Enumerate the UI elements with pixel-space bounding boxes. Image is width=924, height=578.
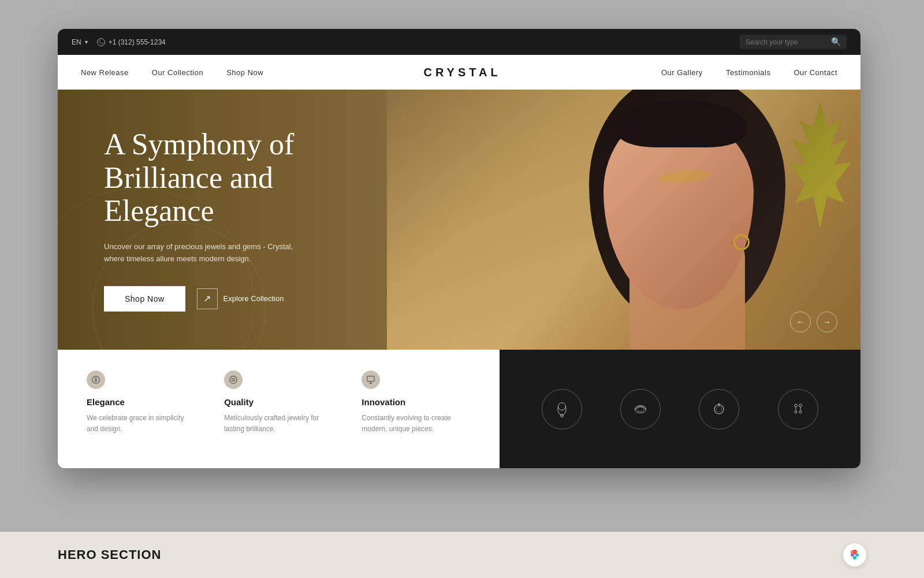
hero-content: A Symphony of Brilliance and Elegance Un…: [58, 128, 381, 311]
nav-item-new-release[interactable]: New Release: [81, 68, 129, 77]
explore-collection-button[interactable]: ↗ Explore Collection: [197, 288, 284, 309]
explore-label: Explore Collection: [223, 294, 284, 303]
lang-selector[interactable]: EN ▾: [72, 38, 88, 46]
hero-title: A Symphony of Brilliance and Elegance: [104, 128, 335, 227]
slide-arrows: ← →: [790, 312, 837, 332]
hero-section: A Symphony of Brilliance and Elegance Un…: [58, 90, 860, 350]
category-ring[interactable]: [699, 389, 739, 429]
svg-point-19: [853, 556, 856, 560]
hero-image: [387, 90, 860, 350]
svg-point-6: [637, 407, 644, 412]
svg-point-1: [230, 376, 237, 384]
svg-point-18: [855, 553, 859, 557]
category-earring[interactable]: [778, 389, 818, 429]
nav-bar: New Release Our Collection Shop Now CRYS…: [58, 55, 860, 90]
shop-now-button[interactable]: Shop Now: [104, 286, 185, 312]
search-icon: 🔍: [831, 37, 841, 47]
svg-point-14: [795, 410, 797, 413]
innovation-title: Innovation: [362, 397, 470, 407]
hero-description: Uncover our array of precious jewels and…: [104, 241, 295, 265]
category-bracelet[interactable]: [620, 389, 661, 429]
svg-point-10: [794, 404, 797, 407]
feature-elegance: Elegance We celebrate grace in simplicit…: [87, 370, 195, 447]
svg-point-7: [714, 405, 724, 414]
nav-item-our-contact[interactable]: Our Contact: [793, 68, 837, 77]
label-bar: HERO SECTION: [0, 532, 924, 578]
feature-innovation: Innovation Constantly evolving to create…: [362, 370, 470, 447]
nav-item-shop-now[interactable]: Shop Now: [226, 68, 263, 77]
elegance-desc: We celebrate grace in simplicity and des…: [87, 413, 195, 435]
hero-section-label: HERO SECTION: [58, 547, 161, 562]
next-slide-button[interactable]: →: [817, 312, 837, 332]
nav-right: Our Gallery Testimonials Our Contact: [661, 68, 837, 77]
prev-slide-button[interactable]: ←: [790, 312, 811, 332]
phone-icon: 📞: [97, 38, 105, 46]
phone-info: 📞 +1 (312) 555-1234: [97, 38, 166, 46]
quality-desc: Meticulously crafted jewelry for lasting…: [224, 413, 333, 435]
nav-item-testimonials[interactable]: Testimonials: [726, 68, 771, 77]
svg-point-3: [558, 402, 565, 410]
page-background: EN ▾ 📞 +1 (312) 555-1234 🔍 New Release O…: [0, 0, 924, 578]
quality-icon: [224, 370, 243, 389]
top-bar-left: EN ▾ 📞 +1 (312) 555-1234: [72, 38, 166, 46]
svg-point-15: [799, 410, 802, 413]
innovation-desc: Constantly evolving to create modern, un…: [362, 413, 470, 435]
explore-arrow-icon: ↗: [197, 288, 218, 309]
nav-left: New Release Our Collection Shop Now: [81, 68, 263, 77]
categories-panel: [500, 350, 861, 468]
top-bar: EN ▾ 📞 +1 (312) 555-1234 🔍: [58, 29, 860, 55]
svg-point-20: [851, 550, 854, 554]
innovation-icon: [362, 370, 380, 389]
feature-quality: Quality Meticulously crafted jewelry for…: [224, 370, 333, 447]
nav-item-our-collection[interactable]: Our Collection: [152, 68, 203, 77]
search-input[interactable]: [746, 38, 826, 46]
category-necklace[interactable]: [542, 389, 582, 429]
lang-chevron-icon: ▾: [85, 39, 88, 45]
nav-logo[interactable]: CRYSTAL: [423, 66, 501, 79]
browser-window: EN ▾ 📞 +1 (312) 555-1234 🔍 New Release O…: [58, 29, 860, 468]
quality-title: Quality: [224, 397, 333, 407]
svg-point-8: [717, 406, 722, 412]
figma-icon: [843, 543, 866, 566]
svg-point-11: [799, 404, 802, 407]
phone-number: +1 (312) 555-1234: [109, 38, 166, 46]
hero-buttons: Shop Now ↗ Explore Collection: [104, 286, 335, 312]
search-bar[interactable]: 🔍: [740, 35, 847, 49]
bottom-section: Elegance We celebrate grace in simplicit…: [58, 350, 860, 468]
lang-label: EN: [72, 38, 81, 46]
features-panel: Elegance We celebrate grace in simplicit…: [58, 350, 500, 468]
elegance-title: Elegance: [87, 397, 195, 407]
elegance-icon: [87, 370, 105, 389]
svg-rect-2: [367, 376, 375, 381]
nav-item-our-gallery[interactable]: Our Gallery: [661, 68, 703, 77]
